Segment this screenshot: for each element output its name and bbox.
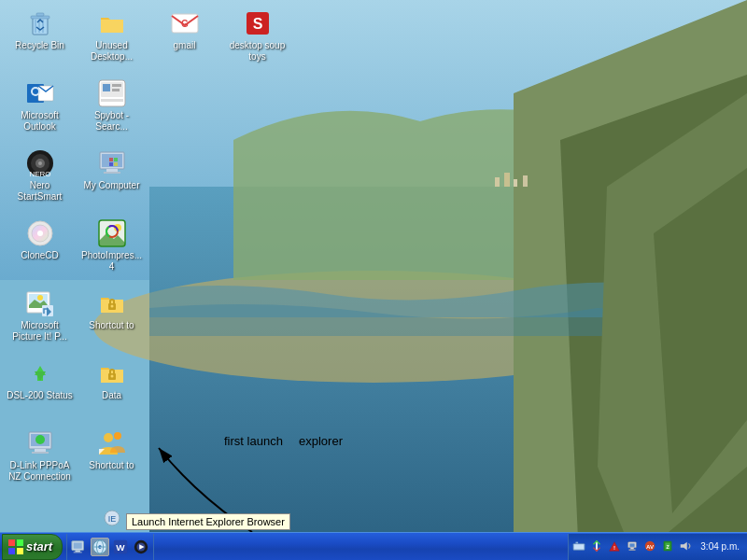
icon-data[interactable]: Data (77, 355, 147, 405)
icon-desktop-soup-toys[interactable]: S desktop soup toys (222, 5, 292, 66)
svg-point-21 (33, 89, 38, 94)
svg-rect-36 (104, 172, 120, 174)
tray-icon-5[interactable]: Z (661, 539, 676, 554)
photoimpression-label: PhotoImpres... 4 (78, 250, 146, 273)
svg-rect-75 (17, 539, 23, 546)
svg-rect-5 (504, 173, 510, 187)
recycle-bin-icon (25, 8, 55, 38)
nero-label: Nero StartSmart (7, 180, 74, 203)
clonecd-label: CloneCD (7, 250, 74, 261)
svg-rect-77 (17, 548, 23, 554)
word-button[interactable]: W (111, 538, 130, 556)
svg-rect-80 (76, 550, 80, 552)
svg-text:G: G (181, 19, 189, 29)
data-label: Data (78, 390, 146, 401)
quick-launch-bar: e W (66, 534, 154, 560)
dlink-icon (25, 428, 55, 458)
svg-text:!: ! (613, 544, 615, 551)
tray-icon-4[interactable]: AV (643, 539, 658, 554)
shortcut-people-icon (97, 428, 127, 458)
my-computer-icon (97, 148, 127, 178)
data-folder-icon (97, 358, 127, 388)
tray-icon-2[interactable] (590, 539, 605, 554)
svg-rect-35 (106, 169, 118, 172)
icon-ms-picture-it[interactable]: Microsoft Picture It! P... (5, 285, 75, 346)
gmail-label: gmail (151, 40, 218, 51)
icon-shortcut-to-2[interactable]: Shortcut to (77, 425, 147, 475)
start-button[interactable]: start (2, 534, 63, 560)
svg-rect-6 (514, 179, 517, 187)
svg-rect-26 (112, 89, 120, 91)
show-desktop-button[interactable] (70, 538, 89, 556)
svg-rect-64 (35, 449, 46, 452)
media-player-button[interactable] (132, 538, 150, 556)
svg-rect-92 (576, 541, 579, 543)
spybot-label: Spybot - Searc... (78, 110, 146, 133)
icon-unused-desktop[interactable]: Unused Desktop... (77, 5, 147, 66)
svg-point-66 (35, 435, 45, 444)
icon-shortcut-to-1[interactable]: Shortcut to (77, 285, 147, 335)
spybot-icon (97, 78, 127, 108)
icons-area: Recycle Bin Unused Desktop... G gmail (0, 0, 159, 504)
icon-recycle-bin[interactable]: Recycle Bin (5, 5, 75, 55)
icon-photoimpression[interactable]: PhotoImpres... 4 (77, 215, 147, 276)
tray-icon-1[interactable] (572, 539, 587, 554)
tooltip: Launch Internet Explorer Browser (126, 513, 290, 530)
outlook-label: Microsoft Outlook (7, 110, 74, 133)
tooltip-text: Launch Internet Explorer Browser (132, 516, 285, 527)
outlook-icon (25, 78, 55, 108)
svg-rect-38 (114, 158, 118, 161)
icon-clonecd[interactable]: CloneCD (5, 215, 75, 265)
icon-ms-outlook[interactable]: Microsoft Outlook (5, 75, 75, 136)
soup-toys-label: desktop soup toys (224, 40, 291, 63)
svg-text:IE: IE (108, 514, 117, 524)
icon-dsl-200-status[interactable]: DSL-200 Status (5, 355, 75, 405)
gmail-icon: G (170, 8, 200, 38)
icon-gmail[interactable]: G gmail (149, 5, 219, 55)
svg-rect-81 (74, 552, 82, 553)
recycle-bin-label: Recycle Bin (7, 40, 74, 51)
svg-point-56 (110, 305, 113, 308)
tray-network-icon[interactable] (626, 539, 641, 554)
svg-point-31 (38, 161, 42, 165)
svg-rect-39 (109, 162, 113, 166)
svg-rect-97 (631, 547, 635, 549)
icon-my-computer[interactable]: My Computer (77, 145, 147, 195)
tray-icon-3[interactable]: ! (608, 539, 623, 554)
svg-rect-7 (523, 175, 528, 187)
clonecd-icon (25, 218, 55, 248)
svg-rect-13 (36, 13, 44, 16)
ms-picture-it-label: Microsoft Picture It! P... (7, 320, 74, 343)
svg-rect-98 (629, 549, 636, 550)
system-tray: ! AV Z (568, 534, 747, 560)
icon-nero[interactable]: NERO Nero StartSmart (5, 145, 75, 206)
svg-rect-65 (32, 452, 49, 454)
svg-rect-76 (8, 548, 15, 554)
svg-rect-27 (101, 99, 123, 102)
svg-point-68 (114, 432, 121, 440)
dsl-status-icon (25, 358, 55, 388)
svg-rect-24 (103, 84, 110, 91)
system-clock: 3:04 p.m. (697, 541, 743, 552)
ie-browser-button[interactable]: e (91, 538, 109, 556)
shortcut-folder-icon (97, 288, 127, 318)
tray-icon-6[interactable] (679, 539, 694, 554)
desktop: Recycle Bin Unused Desktop... G gmail (0, 0, 747, 560)
svg-text:NERO: NERO (29, 170, 50, 178)
svg-rect-37 (109, 158, 113, 161)
svg-rect-9 (35, 20, 36, 33)
start-label: start (26, 539, 52, 553)
icon-spybot[interactable]: Spybot - Searc... (77, 75, 147, 136)
windows-logo-icon (8, 539, 23, 554)
dsl-status-label: DSL-200 Status (7, 390, 74, 401)
svg-rect-4 (495, 177, 500, 187)
shortcut-to-1-label: Shortcut to (78, 320, 146, 331)
folder-icon (97, 8, 127, 38)
icon-dlink-pppoa[interactable]: D-Link PPPoA NZ Connection (5, 425, 75, 486)
svg-point-52 (37, 295, 43, 301)
floating-icons: IE (103, 509, 121, 527)
picture-it-icon (25, 288, 55, 318)
svg-point-67 (104, 433, 113, 442)
svg-rect-12 (31, 16, 49, 19)
svg-rect-93 (574, 544, 585, 549)
